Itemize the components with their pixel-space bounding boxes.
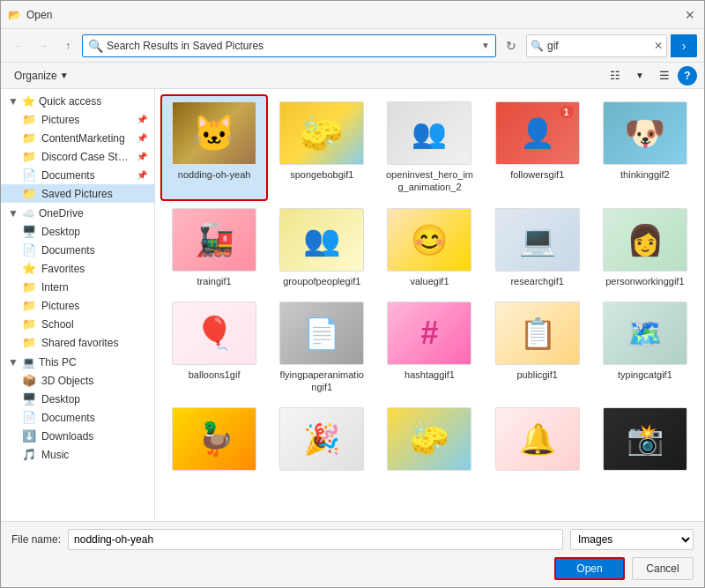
address-folder-icon: 🔍 bbox=[88, 39, 103, 53]
music-icon: 🎵 bbox=[22, 448, 36, 461]
value-name: valuegif1 bbox=[410, 275, 449, 287]
view-button-1[interactable]: ☷ bbox=[604, 66, 627, 86]
person-name: personworkinggif1 bbox=[605, 275, 684, 287]
organize-dropdown-icon: ▼ bbox=[60, 71, 69, 80]
file-item-duck[interactable]: 🦆 bbox=[162, 402, 266, 480]
sidebar-item-od-pictures[interactable]: 📁 Pictures bbox=[1, 296, 154, 315]
public-name: publicgif1 bbox=[516, 368, 557, 381]
sidebar-item-od-desktop[interactable]: 🖥️ Desktop bbox=[1, 222, 154, 241]
duck-thumbnail: 🦆 bbox=[172, 407, 256, 471]
file-item-openinvest[interactable]: 👥 openinvest_hero_img_animation_2 bbox=[377, 96, 481, 199]
open-button[interactable]: Open bbox=[554, 557, 625, 580]
file-item-flyingpaper[interactable]: 📄 flyingpaperanimationgif1 bbox=[270, 296, 374, 399]
search-icon: 🔍 bbox=[527, 40, 547, 52]
pc-desktop-label: Desktop bbox=[41, 393, 147, 406]
pin-icon-docs: 📌 bbox=[137, 170, 147, 180]
up-button[interactable]: ↑ bbox=[57, 35, 78, 56]
od-pictures-label: Pictures bbox=[41, 300, 147, 312]
file-item-notification[interactable]: 🔔 bbox=[486, 402, 590, 480]
notification-thumbnail: 🔔 bbox=[495, 407, 580, 471]
sidebar-item-shared-favorites[interactable]: 📁 Shared favorites bbox=[1, 333, 154, 352]
close-button[interactable]: ✕ bbox=[683, 8, 697, 22]
dialog-title: Open bbox=[26, 9, 52, 21]
refresh-button[interactable]: ↻ bbox=[500, 34, 523, 57]
file-item-balloons[interactable]: 🎈 balloons1gif bbox=[162, 296, 266, 399]
folder-icon: 📂 bbox=[8, 9, 21, 21]
help-button[interactable]: ? bbox=[678, 66, 697, 86]
search-input[interactable] bbox=[547, 40, 650, 52]
main-area: ▼ ⭐ Quick access 📁 Pictures 📌 📁 ContentM… bbox=[1, 89, 704, 521]
sidebar-item-discord[interactable]: 📁 Discord Case Study 📌 bbox=[1, 147, 154, 166]
grouppeople-name: groupofpeoplegif1 bbox=[283, 275, 360, 287]
sidebar-item-school[interactable]: 📁 School bbox=[1, 315, 154, 333]
research-thumbnail: 💻 bbox=[495, 208, 580, 272]
address-dropdown-icon[interactable]: ▼ bbox=[481, 41, 490, 50]
sidebar-item-intern[interactable]: 📁 Intern bbox=[1, 278, 154, 296]
file-item-person[interactable]: 👩 personworkinggif1 bbox=[593, 203, 697, 293]
onedrive-header[interactable]: ▼ ☁️ OneDrive bbox=[1, 205, 154, 222]
sidebar-item-pictures[interactable]: 📁 Pictures 📌 bbox=[1, 110, 154, 129]
search-container: 🔍 ✕ bbox=[526, 34, 667, 57]
sidebar-item-documents[interactable]: 📄 Documents 📌 bbox=[1, 166, 154, 184]
file-item-spongebob[interactable]: 🧽 spongebobgif1 bbox=[270, 96, 374, 199]
sidebar-item-music[interactable]: 🎵 Music bbox=[1, 445, 154, 464]
quick-access-section: ▼ ⭐ Quick access 📁 Pictures 📌 📁 ContentM… bbox=[1, 93, 154, 203]
pc-documents-label: Documents bbox=[41, 412, 147, 424]
view-dropdown-button[interactable]: ▼ bbox=[628, 66, 651, 86]
cancel-button[interactable]: Cancel bbox=[632, 557, 694, 580]
view-button-2[interactable]: ☰ bbox=[653, 66, 676, 86]
sidebar-item-saved-pictures[interactable]: 📁 Saved Pictures bbox=[1, 184, 154, 203]
address-input[interactable] bbox=[107, 40, 478, 52]
address-bar: ← → ↑ 🔍 ▼ ↻ 🔍 ✕ › bbox=[1, 29, 704, 63]
followers-name: followersgif1 bbox=[510, 168, 564, 181]
public-thumbnail: 📋 bbox=[495, 301, 580, 365]
value-thumbnail: 😊 bbox=[387, 208, 471, 272]
favorites-label: Favorites bbox=[41, 263, 147, 275]
thispc-header[interactable]: ▼ 💻 This PC bbox=[1, 354, 154, 371]
file-item-train[interactable]: 🚂 traingif1 bbox=[162, 203, 266, 293]
file-item-confetti[interactable]: 🎉 bbox=[270, 402, 374, 480]
sidebar-item-downloads[interactable]: ⬇️ Downloads bbox=[1, 427, 154, 445]
openinvest-name: openinvest_hero_img_animation_2 bbox=[385, 168, 473, 194]
file-item-thinking[interactable]: 🐶 thinkinggif2 bbox=[593, 96, 697, 199]
train-thumbnail: 🚂 bbox=[172, 208, 256, 272]
file-item-spongebob2[interactable]: 🧽 bbox=[377, 402, 481, 480]
file-item-value[interactable]: 😊 valuegif1 bbox=[377, 203, 481, 293]
sidebar-item-contentmarketing[interactable]: 📁 ContentMarketing 📌 bbox=[1, 129, 154, 147]
organize-button[interactable]: Organize ▼ bbox=[8, 66, 75, 86]
file-item-dark[interactable]: 📸 bbox=[593, 402, 697, 480]
filetype-dropdown[interactable]: Images All Files bbox=[570, 529, 694, 550]
organize-label: Organize bbox=[14, 70, 57, 82]
downloads-icon: ⬇️ bbox=[22, 429, 36, 443]
sidebar-item-3d[interactable]: 📦 3D Objects bbox=[1, 371, 154, 390]
thispc-icon: 💻 bbox=[22, 356, 35, 368]
pin-icon-discord: 📌 bbox=[137, 152, 147, 161]
buttons-row: Open Cancel bbox=[11, 557, 694, 580]
documents-icon: 📄 bbox=[22, 168, 36, 182]
filename-label: File name: bbox=[11, 533, 61, 546]
sidebar-item-favorites[interactable]: ⭐ Favorites bbox=[1, 259, 154, 278]
search-go-button[interactable]: › bbox=[671, 34, 697, 57]
sidebar-item-od-documents[interactable]: 📄 Documents bbox=[1, 241, 154, 259]
sidebar-item-pc-documents[interactable]: 📄 Documents bbox=[1, 408, 154, 427]
file-item-hashtag[interactable]: # hashtaggif1 bbox=[377, 296, 481, 399]
thispc-label: This PC bbox=[39, 356, 77, 368]
back-button[interactable]: ← bbox=[8, 35, 29, 56]
file-item-typingcat[interactable]: 🗺️ typingcatgif1 bbox=[593, 296, 697, 399]
sidebar-item-pc-desktop[interactable]: 🖥️ Desktop bbox=[1, 390, 154, 408]
file-item-followers[interactable]: 👤 1 followersgif1 bbox=[486, 96, 590, 199]
open-dialog: 📂 Open ✕ ← → ↑ 🔍 ▼ ↻ 🔍 ✕ › Organize ▼ bbox=[0, 0, 705, 588]
file-item-grouppeople[interactable]: 👥 groupofpeoplegif1 bbox=[270, 203, 374, 293]
quick-access-header[interactable]: ▼ ⭐ Quick access bbox=[1, 93, 154, 110]
address-input-container[interactable]: 🔍 ▼ bbox=[82, 34, 496, 57]
search-clear-button[interactable]: ✕ bbox=[650, 40, 666, 52]
file-item-research[interactable]: 💻 researchgif1 bbox=[486, 203, 590, 293]
file-item-nodding[interactable]: 🐱 nodding-oh-yeah bbox=[162, 96, 266, 199]
nodding-thumbnail: 🐱 bbox=[172, 101, 256, 165]
favorites-icon: ⭐ bbox=[22, 262, 36, 275]
filename-input[interactable] bbox=[68, 529, 563, 550]
pc-desktop-icon: 🖥️ bbox=[22, 392, 36, 406]
forward-button[interactable]: → bbox=[33, 35, 54, 56]
file-item-public[interactable]: 📋 publicgif1 bbox=[486, 296, 590, 399]
openinvest-thumbnail: 👥 bbox=[387, 101, 471, 165]
